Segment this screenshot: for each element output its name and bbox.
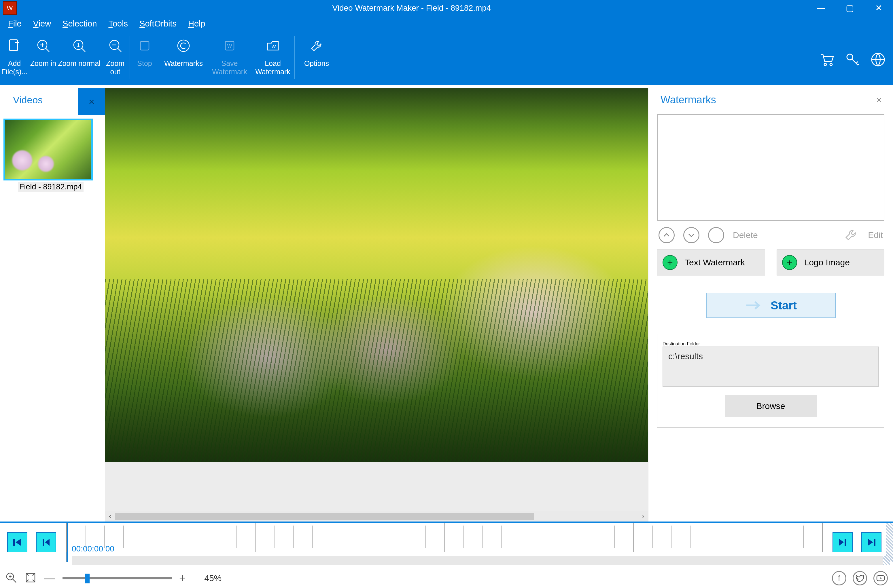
watermarks-panel-title: Watermarks [657, 94, 876, 106]
timeline-tick [709, 525, 709, 548]
zoom-minus-icon[interactable]: — [44, 572, 55, 585]
watermarks-button[interactable]: Watermarks [159, 33, 208, 84]
video-item-name: Field - 89182.mp4 [18, 182, 84, 192]
svg-marker-25 [45, 539, 50, 546]
timeline-tick [785, 525, 785, 548]
delete-button[interactable]: Delete [733, 230, 758, 240]
svg-line-11 [118, 48, 121, 52]
close-button[interactable]: ✕ [864, 0, 893, 16]
watermarks-panel-close[interactable]: × [876, 95, 884, 105]
svg-rect-22 [13, 539, 15, 546]
move-down-button[interactable] [683, 227, 699, 243]
timeline-tick [369, 525, 369, 548]
video-thumbnail[interactable] [3, 118, 93, 180]
zoom-in-button[interactable]: Zoom in [29, 33, 58, 84]
fit-screen-icon[interactable] [24, 572, 37, 585]
destination-folder-input[interactable]: c:\results [663, 346, 879, 387]
videos-panel-close[interactable]: × [78, 88, 105, 115]
twitter-icon[interactable] [853, 571, 867, 585]
timeline-tick [539, 523, 539, 552]
next-frame-button[interactable] [833, 532, 853, 552]
skip-start-button[interactable] [7, 532, 27, 552]
watermarks-label: Watermarks [164, 59, 203, 68]
timeline-ruler[interactable]: 00:00:00 00 [66, 523, 822, 562]
timeline-tick [66, 523, 67, 552]
zoom-tool-icon[interactable] [5, 572, 17, 585]
wrench-icon [307, 36, 326, 55]
scroll-track[interactable] [115, 512, 638, 520]
cart-icon[interactable] [819, 52, 834, 69]
bottom-scroll-strip[interactable] [72, 556, 890, 565]
menu-softorbits[interactable]: SoftOrbits [140, 19, 177, 28]
video-item[interactable]: Field - 89182.mp4 [3, 118, 101, 192]
preview-area: ‹ › [105, 88, 648, 522]
zoom-in-icon [34, 36, 53, 55]
svg-line-8 [82, 48, 85, 52]
options-label: Options [304, 59, 329, 68]
prev-frame-button[interactable] [36, 532, 56, 552]
minimize-button[interactable]: — [807, 0, 835, 16]
timeline-tick [463, 525, 464, 548]
edit-button[interactable]: Edit [868, 230, 883, 240]
scroll-thumb[interactable] [115, 513, 534, 520]
svg-text:W: W [271, 44, 276, 49]
globe-icon[interactable] [870, 52, 886, 69]
video-preview[interactable] [105, 88, 648, 462]
load-watermark-button[interactable]: W Load Watermark [251, 33, 295, 84]
stop-button: Stop [130, 33, 159, 84]
timeline-tick [312, 525, 313, 548]
svg-marker-23 [15, 539, 21, 546]
timeline-tick [577, 525, 577, 548]
edit-icon[interactable] [843, 227, 859, 243]
timeline-resize-grip[interactable] [886, 523, 893, 562]
stop-icon [135, 36, 154, 55]
add-files-button[interactable]: Add File(s)... [0, 33, 29, 84]
zoom-slider-knob[interactable] [85, 574, 90, 584]
remove-button[interactable] [708, 227, 724, 243]
timeline-tick [425, 525, 426, 548]
zoom-plus-icon[interactable]: + [179, 572, 185, 584]
menu-selection[interactable]: Selection [63, 19, 97, 28]
svg-text:W: W [227, 43, 232, 49]
menu-view[interactable]: View [33, 19, 51, 28]
save-watermark-label: Save Watermark [208, 59, 251, 76]
videos-panel: Videos × Field - 89182.mp4 [0, 88, 105, 522]
title-bar: W Video Watermark Maker - Field - 89182.… [0, 0, 893, 16]
menu-help[interactable]: Help [188, 19, 205, 28]
svg-rect-29 [874, 539, 875, 546]
key-icon[interactable] [845, 52, 860, 69]
text-watermark-button[interactable]: + Text Watermark [657, 249, 765, 275]
timeline-tick [822, 523, 823, 552]
timeline-tick [350, 523, 350, 552]
timeline-tick [104, 525, 105, 548]
browse-button[interactable]: Browse [725, 395, 817, 417]
scroll-right-icon[interactable]: › [638, 513, 648, 520]
logo-image-button[interactable]: + Logo Image [777, 249, 885, 275]
facebook-icon[interactable]: f [832, 571, 846, 585]
menu-file[interactable]: File [8, 19, 22, 28]
skip-end-button[interactable] [861, 532, 881, 552]
zoom-normal-icon: 1 [70, 36, 89, 55]
zoom-out-button[interactable]: Zoom out [101, 33, 129, 84]
youtube-icon[interactable] [873, 571, 888, 585]
load-watermark-icon: W [263, 36, 282, 55]
zoom-normal-button[interactable]: 1 Zoom normal [58, 33, 101, 84]
timeline-tick [256, 523, 256, 552]
add-file-icon [5, 36, 24, 55]
watermarks-list[interactable] [657, 114, 884, 221]
svg-rect-0 [9, 40, 18, 51]
zoom-slider[interactable] [63, 577, 172, 579]
svg-point-19 [830, 63, 832, 66]
options-button[interactable]: Options [295, 33, 338, 84]
move-up-button[interactable] [658, 227, 675, 243]
scroll-left-icon[interactable]: ‹ [105, 513, 115, 520]
timeline-tick [747, 525, 747, 548]
timeline-tick [388, 525, 388, 548]
zoom-normal-label: Zoom normal [58, 59, 100, 68]
start-button[interactable]: Start [706, 293, 836, 318]
timeline-tick [142, 525, 142, 548]
horizontal-scrollbar[interactable]: ‹ › [105, 511, 648, 522]
menu-tools[interactable]: Tools [108, 19, 128, 28]
maximize-button[interactable]: ▢ [835, 0, 864, 16]
timecode: 00:00:00 00 [72, 544, 114, 554]
